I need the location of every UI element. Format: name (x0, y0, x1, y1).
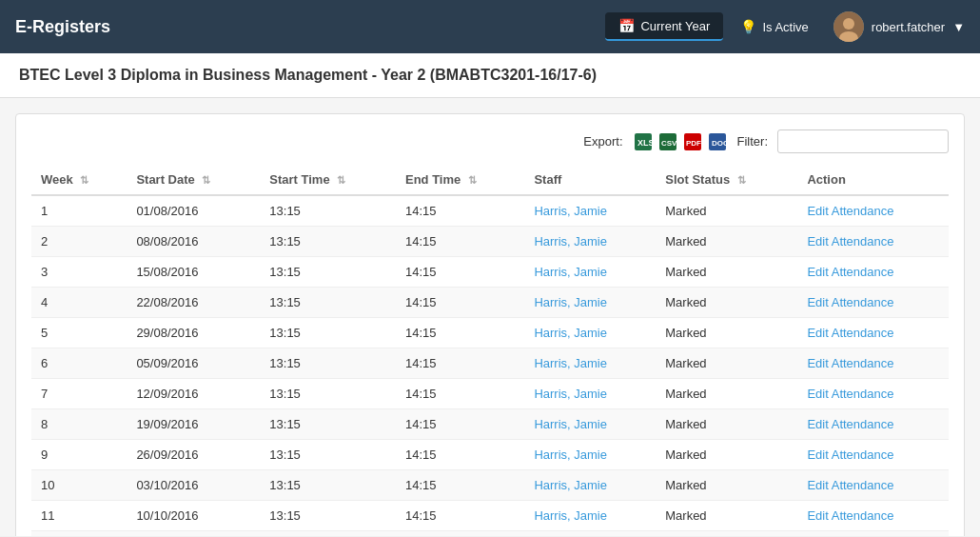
cell-action[interactable]: Edit Attendance (797, 531, 949, 537)
export-excel-icon[interactable]: XLS (633, 131, 654, 152)
cell-end-time: 14:15 (396, 440, 524, 470)
table-row: 529/08/201613:1514:15Harris, JamieMarked… (31, 318, 949, 348)
cell-start-date: 05/09/2016 (127, 348, 260, 379)
cell-staff[interactable]: Harris, Jamie (524, 409, 656, 440)
table-row: 101/08/201613:1514:15Harris, JamieMarked… (31, 195, 949, 227)
svg-text:CSV: CSV (661, 139, 677, 148)
cell-start-date: 03/10/2016 (127, 470, 260, 501)
cell-start-time: 13:15 (260, 348, 396, 379)
cell-action[interactable]: Edit Attendance (797, 379, 949, 409)
cell-staff[interactable]: Harris, Jamie (524, 348, 656, 379)
cell-action[interactable]: Edit Attendance (797, 501, 949, 531)
cell-staff[interactable]: Harris, Jamie (524, 531, 656, 537)
cell-staff[interactable]: Harris, Jamie (524, 501, 656, 531)
cell-staff[interactable]: Harris, Jamie (524, 440, 656, 470)
filter-input[interactable] (777, 129, 949, 153)
sort-icon-end-time: ⇅ (468, 174, 477, 187)
svg-text:PDF: PDF (686, 139, 701, 148)
filter-label: Filter: (737, 134, 769, 149)
brand-title: E-Registers (15, 17, 605, 37)
cell-week: 7 (31, 379, 127, 409)
page-title-bar: BTEC Level 3 Diploma in Business Managem… (0, 53, 980, 98)
cell-staff[interactable]: Harris, Jamie (524, 318, 656, 348)
cell-end-time: 14:15 (396, 379, 524, 409)
sort-icon-slot-status: ⇅ (737, 174, 746, 187)
export-label: Export: (583, 134, 622, 149)
cell-start-time: 13:15 (260, 440, 396, 470)
table-row: 315/08/201613:1514:15Harris, JamieMarked… (31, 257, 949, 288)
cell-start-time: 13:15 (260, 409, 396, 440)
export-csv-icon[interactable]: CSV (657, 131, 678, 152)
cell-slot-status: Marked (656, 379, 797, 409)
current-year-button[interactable]: 📅 Current Year (605, 12, 723, 41)
cell-slot-status: Marked (656, 288, 797, 318)
cell-slot-status: Marked (656, 501, 797, 531)
cell-action[interactable]: Edit Attendance (797, 257, 949, 288)
cell-staff[interactable]: Harris, Jamie (524, 288, 656, 318)
bulb-icon: 💡 (740, 19, 756, 34)
cell-end-time: 14:15 (396, 531, 524, 537)
table-row: 1003/10/201613:1514:15Harris, JamieMarke… (31, 470, 949, 501)
cell-slot-status: Marked (656, 470, 797, 501)
col-end-time[interactable]: End Time ⇅ (396, 165, 524, 195)
is-active-button[interactable]: 💡 Is Active (727, 13, 821, 40)
sort-icon-start-date: ⇅ (202, 174, 210, 187)
cell-end-time: 14:15 (396, 288, 524, 318)
cell-end-time: 14:15 (396, 257, 524, 288)
table-row: 1217/10/201613:1514:15Harris, JamieMarke… (31, 531, 949, 537)
cell-action[interactable]: Edit Attendance (797, 348, 949, 379)
cell-end-time: 14:15 (396, 195, 524, 227)
cell-start-date: 08/08/2016 (127, 227, 260, 257)
cell-end-time: 14:15 (396, 409, 524, 440)
table-row: 712/09/201613:1514:15Harris, JamieMarked… (31, 379, 949, 409)
cell-staff[interactable]: Harris, Jamie (524, 379, 656, 409)
cell-action[interactable]: Edit Attendance (797, 288, 949, 318)
cell-action[interactable]: Edit Attendance (797, 227, 949, 257)
export-word-icon[interactable]: DOC (707, 131, 728, 152)
cell-action[interactable]: Edit Attendance (797, 318, 949, 348)
cell-start-time: 13:15 (260, 318, 396, 348)
cell-staff[interactable]: Harris, Jamie (524, 257, 656, 288)
cell-action[interactable]: Edit Attendance (797, 409, 949, 440)
cell-action[interactable]: Edit Attendance (797, 440, 949, 470)
cell-end-time: 14:15 (396, 470, 524, 501)
sort-icon-week: ⇅ (80, 174, 88, 187)
cell-action[interactable]: Edit Attendance (797, 195, 949, 227)
export-pdf-icon[interactable]: PDF (682, 131, 703, 152)
cell-start-time: 13:15 (260, 288, 396, 318)
table-header-row: Week ⇅ Start Date ⇅ Start Time ⇅ End Tim… (31, 165, 949, 195)
table-row: 819/09/201613:1514:15Harris, JamieMarked… (31, 409, 949, 440)
page-title: BTEC Level 3 Diploma in Business Managem… (19, 67, 597, 83)
cell-staff[interactable]: Harris, Jamie (524, 470, 656, 501)
is-active-label: Is Active (762, 20, 808, 34)
cell-start-date: 10/10/2016 (127, 501, 260, 531)
cell-slot-status: Marked (656, 409, 797, 440)
cell-start-time: 13:15 (260, 470, 396, 501)
cell-start-time: 13:15 (260, 379, 396, 409)
table-row: 1110/10/201613:1514:15Harris, JamieMarke… (31, 501, 949, 531)
user-menu[interactable]: robert.fatcher ▼ (833, 11, 965, 42)
export-icons: XLS CSV PDF DOC (633, 131, 728, 152)
cell-week: 5 (31, 318, 127, 348)
cell-start-date: 01/08/2016 (127, 195, 260, 227)
table-row: 926/09/201613:1514:15Harris, JamieMarked… (31, 440, 949, 470)
cell-end-time: 14:15 (396, 501, 524, 531)
table-row: 605/09/201613:1514:15Harris, JamieMarked… (31, 348, 949, 379)
cell-staff[interactable]: Harris, Jamie (524, 227, 656, 257)
cell-slot-status: Marked (656, 440, 797, 470)
col-slot-status[interactable]: Slot Status ⇅ (656, 165, 797, 195)
cell-end-time: 14:15 (396, 318, 524, 348)
cell-week: 6 (31, 348, 127, 379)
cell-start-time: 13:15 (260, 227, 396, 257)
col-week[interactable]: Week ⇅ (31, 165, 127, 195)
col-start-date[interactable]: Start Date ⇅ (127, 165, 260, 195)
cell-slot-status: Marked (656, 348, 797, 379)
col-start-time[interactable]: Start Time ⇅ (260, 165, 396, 195)
cell-slot-status: Marked (656, 318, 797, 348)
cell-week: 2 (31, 227, 127, 257)
cell-week: 1 (31, 195, 127, 227)
svg-point-1 (843, 18, 854, 30)
cell-start-date: 29/08/2016 (127, 318, 260, 348)
cell-staff[interactable]: Harris, Jamie (524, 195, 656, 227)
cell-action[interactable]: Edit Attendance (797, 470, 949, 501)
